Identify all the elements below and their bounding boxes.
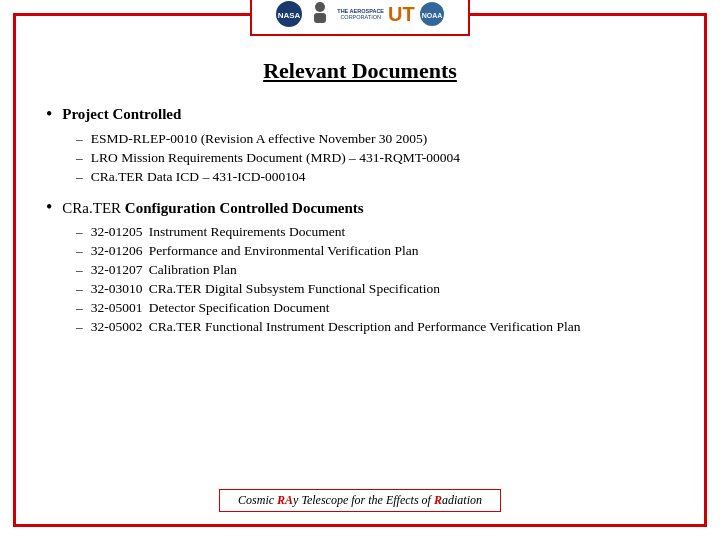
section-project-controlled: • Project Controlled – ESMD-RLEP-0010 (R… [46, 106, 674, 185]
dash-icon: – [76, 319, 83, 335]
bullet-row-project: • Project Controlled [46, 106, 674, 125]
footer-text-rad: R [434, 493, 442, 507]
footer-text-ray: RA [277, 493, 293, 507]
bullet-row-crater: • CRa.TER Configuration Controlled Docum… [46, 199, 674, 218]
doc-number: 32-05001 [91, 300, 149, 316]
dash-icon: – [76, 150, 83, 166]
doc-number: 32-01205 [91, 224, 149, 240]
crater-config-label: Configuration Controlled Documents [125, 200, 364, 216]
svg-point-2 [315, 2, 325, 12]
list-item: – 32-05002 CRa.TER Functional Instrument… [76, 319, 674, 335]
footer-text-adiation: adiation [442, 493, 482, 507]
list-item: – 32-05001 Detector Specification Docume… [76, 300, 674, 316]
footer-text-cosmic: Cosmic [238, 493, 277, 507]
list-item: – 32-03010 CRa.TER Digital Subsystem Fun… [76, 281, 674, 297]
dash-icon: – [76, 243, 83, 259]
list-item: – 32-01206 Performance and Environmental… [76, 243, 674, 259]
aerospace-logo: THE AEROSPACE CORPORATION [337, 8, 384, 20]
svg-text:NASA: NASA [278, 11, 301, 20]
doc-description: CRa.TER Functional Instrument Descriptio… [149, 319, 674, 335]
logo-bar: NASA THE AEROSPACE CORPORATION UT NOAA [250, 0, 470, 36]
svg-rect-3 [314, 13, 326, 23]
list-item: – 32-01205 Instrument Requirements Docum… [76, 224, 674, 240]
person-logo-icon [307, 0, 333, 28]
dash-icon: – [76, 131, 83, 147]
doc-description: CRa.TER Data ICD – 431-ICD-000104 [91, 169, 674, 185]
doc-number: 32-01206 [91, 243, 149, 259]
doc-description: CRa.TER Digital Subsystem Functional Spe… [149, 281, 674, 297]
dash-icon: – [76, 281, 83, 297]
doc-number: 32-05002 [91, 319, 149, 335]
doc-description: Performance and Environmental Verificati… [149, 243, 674, 259]
noaa-logo-icon: NOAA [419, 1, 445, 27]
bullet-icon: • [46, 197, 52, 218]
dash-icon: – [76, 169, 83, 185]
bullet-icon: • [46, 104, 52, 125]
doc-number: 32-03010 [91, 281, 149, 297]
svg-text:NOAA: NOAA [421, 12, 442, 19]
ut-logo-icon: UT [388, 4, 415, 24]
doc-number: 32-01207 [91, 262, 149, 278]
footer-text-tel: y Telescope for the Effects of [293, 493, 434, 507]
doc-description: ESMD-RLEP-0010 (Revision A effective Nov… [91, 131, 674, 147]
project-controlled-label: Project Controlled [62, 106, 181, 123]
crater-controlled-sublist: – 32-01205 Instrument Requirements Docum… [76, 224, 674, 335]
doc-description: Calibration Plan [149, 262, 674, 278]
dash-icon: – [76, 224, 83, 240]
doc-description: Detector Specification Document [149, 300, 674, 316]
page-title: Relevant Documents [46, 58, 674, 84]
list-item: – ESMD-RLEP-0010 (Revision A effective N… [76, 131, 674, 147]
crater-section-label: CRa.TER Configuration Controlled Documen… [62, 199, 363, 217]
list-item: – LRO Mission Requirements Document (MRD… [76, 150, 674, 166]
footer-bar: Cosmic RAy Telescope for the Effects of … [219, 489, 501, 512]
doc-description: LRO Mission Requirements Document (MRD) … [91, 150, 674, 166]
content-area: Relevant Documents • Project Controlled … [16, 26, 704, 369]
dash-icon: – [76, 300, 83, 316]
section-crater-controlled: • CRa.TER Configuration Controlled Docum… [46, 199, 674, 335]
project-controlled-sublist: – ESMD-RLEP-0010 (Revision A effective N… [76, 131, 674, 185]
dash-icon: – [76, 262, 83, 278]
doc-description: Instrument Requirements Document [149, 224, 674, 240]
list-item: – CRa.TER Data ICD – 431-ICD-000104 [76, 169, 674, 185]
main-slide: NASA THE AEROSPACE CORPORATION UT NOAA R… [13, 13, 707, 527]
nasa-logo-icon: NASA [275, 0, 303, 28]
list-item: – 32-01207 Calibration Plan [76, 262, 674, 278]
